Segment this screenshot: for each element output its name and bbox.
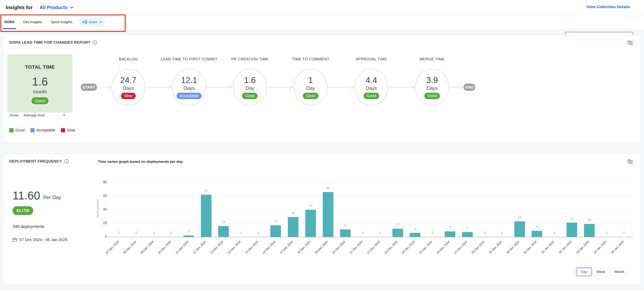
y-axis-tick: 0	[93, 235, 107, 238]
bar-value-label: 0	[546, 231, 563, 235]
stage-unit: Days	[426, 85, 438, 91]
y-axis-tick: 80	[93, 180, 107, 184]
stage-rating-badge: Good	[303, 93, 318, 99]
bar-03-jan-2025	[584, 224, 595, 237]
show-value: Average time	[24, 113, 45, 117]
legend-item-acceptable: Acceptable	[30, 128, 55, 132]
bar-value-label: 0	[232, 231, 250, 235]
bar-value-label: 17	[267, 220, 284, 223]
bar-24-dec-2024	[410, 233, 420, 237]
info-icon[interactable]: i	[64, 159, 69, 164]
stage-circle-backlog: 24.7DaysSlow	[111, 69, 146, 106]
legend-swatch	[9, 128, 14, 132]
stage-circle-lead-time-to-first-commit: 12.1DaysAcceptable	[172, 69, 206, 106]
bar-13-dec-2024	[218, 226, 229, 237]
bar-value-label: 16	[215, 220, 232, 224]
stage-circle-pr-creation-time: 1.6DayGood	[233, 69, 267, 106]
toggle-week[interactable]: Week	[592, 268, 610, 276]
bar-19-dec-2024	[323, 192, 334, 237]
bar-value-label: 8	[442, 226, 458, 229]
tab-label: Dev Insights	[23, 20, 42, 24]
stage-value: 1.6	[244, 75, 256, 85]
stage-unit: Days	[184, 85, 194, 91]
bar-value-label: 7	[459, 226, 476, 230]
stage-unit: Day	[306, 85, 315, 91]
bar-11-dec-2024	[184, 235, 194, 237]
bar-value-label: 6	[406, 227, 424, 231]
stage-rating-badge: Slow	[121, 93, 136, 99]
bar-value-label: 0	[598, 231, 615, 235]
stage-name: MERGE TIME	[402, 56, 462, 62]
tab-dev-insights[interactable]: Dev Insights	[21, 15, 44, 29]
bar-value-label: 0	[476, 231, 493, 235]
bar-27-dec-2024	[462, 232, 473, 237]
gridline	[108, 237, 633, 237]
more-tabs-dropdown[interactable]: +3more	[79, 18, 105, 26]
view-collection-details-link[interactable]: View Collection Details	[586, 5, 630, 9]
show-label: Show:	[9, 113, 19, 117]
deployment-date-range-value: 07 Dec 2024 - 05 Jan 2025	[19, 237, 68, 242]
y-axis-tick: 20	[93, 221, 107, 225]
stage-name: BACKLOG	[98, 56, 159, 62]
stage-name: TIME TO COMMENT	[280, 56, 341, 62]
bar-value-label: 0	[354, 231, 371, 235]
bar-value-label: 0	[145, 231, 162, 235]
tab-label: DORA	[4, 20, 14, 24]
bar-30-dec-2024	[514, 221, 525, 237]
y-axis-tick: 60	[93, 194, 107, 198]
legend-label: Good	[16, 128, 25, 132]
bar-02-jan-2025	[566, 223, 577, 237]
tab-dora[interactable]: DORA	[2, 15, 16, 29]
show-metric-dropdown[interactable]: Show: Average time	[9, 113, 66, 117]
stage-circle-time-to-comment: 1DayGood	[294, 69, 328, 106]
bar-value-label: 66	[320, 186, 336, 190]
toggle-day[interactable]: Day	[576, 268, 592, 276]
flow-end-pill: END	[464, 84, 475, 91]
bar-20-dec-2024	[340, 229, 351, 237]
bar-16-dec-2024	[270, 225, 281, 237]
bar-23-dec-2024	[392, 229, 403, 237]
flow-arrow	[97, 85, 111, 90]
bar-value-label: 0	[250, 231, 267, 235]
bar-value-label: 0	[163, 231, 180, 235]
bar-value-label: 23	[511, 216, 528, 219]
stage-rating-badge: Good	[242, 93, 258, 99]
bar-value-label: 62	[198, 189, 215, 192]
deployment-rate-unit: Per Day	[43, 194, 61, 200]
bar-26-dec-2024	[445, 231, 455, 237]
more-tabs-label: more	[89, 20, 98, 24]
lead-time-flow: START END BACKLOG24.7DaysSlowLEAD TIME T…	[4, 35, 640, 142]
legend-label: Acceptable	[36, 128, 55, 132]
product-selector-value: All Products	[40, 5, 68, 10]
legend-label: Slow	[67, 128, 75, 132]
bar-31-dec-2024	[532, 231, 542, 237]
tab-sprint-insights[interactable]: Sprint Insights	[49, 15, 74, 29]
rating-legend: GoodAcceptableSlow	[9, 128, 75, 132]
deployment-date-range: 07 Dec 2024 - 05 Jan 2025	[12, 237, 68, 242]
flow-arrow	[267, 85, 294, 90]
active-tab-underline	[2, 28, 16, 29]
granularity-toggle: DayWeekMonth	[576, 268, 629, 276]
flow-arrow	[328, 85, 354, 90]
stage-value: 24.7	[120, 75, 136, 85]
flow-start-pill: START	[81, 84, 97, 91]
toggle-month[interactable]: Month	[610, 268, 629, 276]
chart-settings-sliders-icon[interactable]	[627, 159, 634, 165]
flow-arrow	[146, 85, 172, 90]
page-header: Insights for All Products View Collectio…	[0, 0, 644, 15]
calendar-icon	[12, 238, 17, 242]
legend-swatch	[30, 128, 34, 132]
stage-circle-merge-time: 3.9DaysGood	[415, 69, 449, 106]
stage-rating-badge: Good	[364, 93, 379, 99]
bar-value-label: 21	[563, 217, 580, 220]
stage-name: APPROVAL TIME	[341, 56, 402, 62]
bar-value-label: 9	[528, 225, 546, 228]
product-selector-dropdown[interactable]: All Products	[36, 3, 77, 12]
bar-value-label: 12	[389, 223, 406, 226]
tab-list: DORADev InsightsSprint Insights+3more	[2, 15, 105, 29]
bar-value-label: 40	[302, 204, 319, 207]
bar-12-dec-2024	[201, 195, 212, 237]
legend-swatch	[61, 128, 65, 132]
bar-value-label: 19	[581, 218, 598, 222]
bar-value-label: 0	[110, 231, 128, 235]
